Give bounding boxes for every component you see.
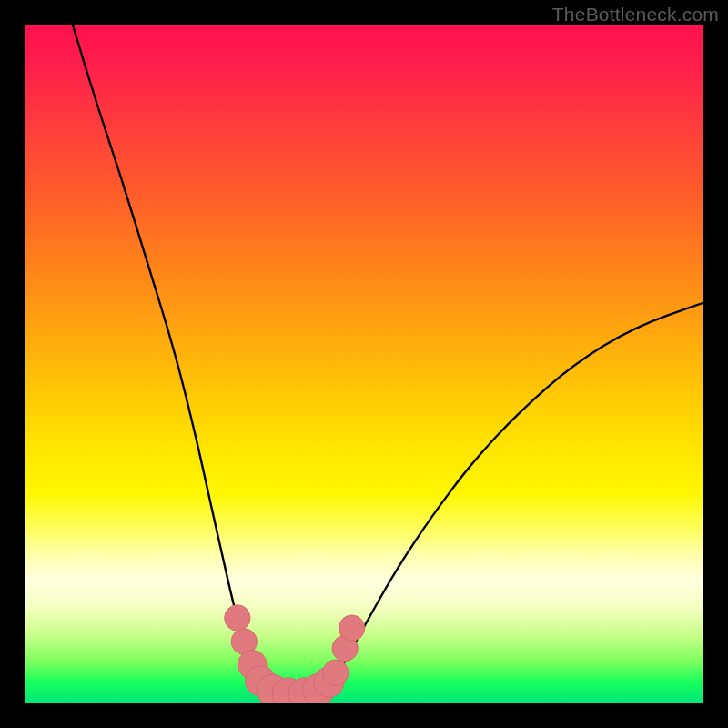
data-marker bbox=[339, 615, 364, 641]
bottleneck-curve bbox=[73, 25, 703, 694]
marker-group bbox=[225, 605, 365, 703]
data-marker bbox=[225, 605, 250, 631]
watermark-text: TheBottleneck.com bbox=[552, 4, 719, 25]
plot-area bbox=[25, 25, 703, 703]
curve-layer bbox=[25, 25, 703, 703]
data-marker bbox=[323, 660, 349, 685]
chart-frame: TheBottleneck.com bbox=[0, 0, 728, 728]
